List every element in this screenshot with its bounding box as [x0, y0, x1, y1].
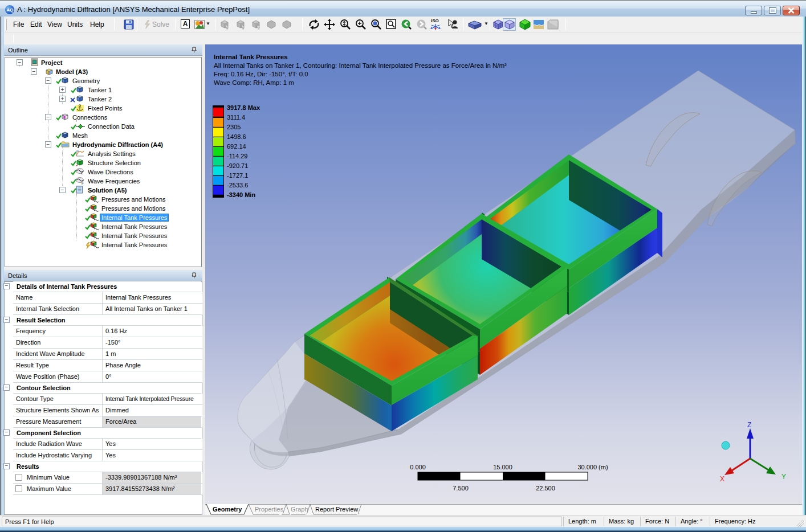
svg-text:+: + [76, 163, 78, 166]
svg-text:-2533.6: -2533.6 [227, 182, 248, 189]
svg-text:Wave Comp: RH, Amp: 1 m: Wave Comp: RH, Amp: 1 m [214, 79, 294, 86]
svg-text:692.14: 692.14 [227, 143, 246, 150]
svg-text:Internal Tank Pressures: Internal Tank Pressures [214, 54, 288, 60]
svg-text:-3340 Min: -3340 Min [227, 191, 255, 198]
svg-text:F: F [82, 181, 84, 185]
svg-text:7.500: 7.500 [453, 485, 469, 492]
svg-text:-114.29: -114.29 [227, 153, 248, 159]
svg-text:-920.71: -920.71 [227, 162, 248, 169]
svg-text:Y: Y [781, 473, 786, 481]
svg-text:0.000: 0.000 [410, 464, 426, 470]
svg-text:-1727.1: -1727.1 [227, 172, 248, 179]
svg-text:15.000: 15.000 [493, 464, 512, 470]
svg-text:2305: 2305 [227, 124, 241, 130]
svg-text:22.500: 22.500 [536, 485, 555, 492]
svg-text:Z: Z [747, 421, 751, 429]
svg-text:All Internal Tanks on Tanker 1: All Internal Tanks on Tanker 1, Contouri… [214, 62, 507, 69]
svg-text:30.000 (m): 30.000 (m) [577, 464, 608, 470]
svg-text:3917.8 Max: 3917.8 Max [227, 104, 260, 111]
svg-text:Freq: 0.16 Hz, Dir: -150°, t/T: Freq: 0.16 Hz, Dir: -150°, t/T: 0.0 [214, 71, 308, 77]
svg-text:X: X [720, 475, 724, 483]
svg-text:1498.6: 1498.6 [227, 133, 246, 140]
svg-text:3111.4: 3111.4 [227, 114, 245, 121]
